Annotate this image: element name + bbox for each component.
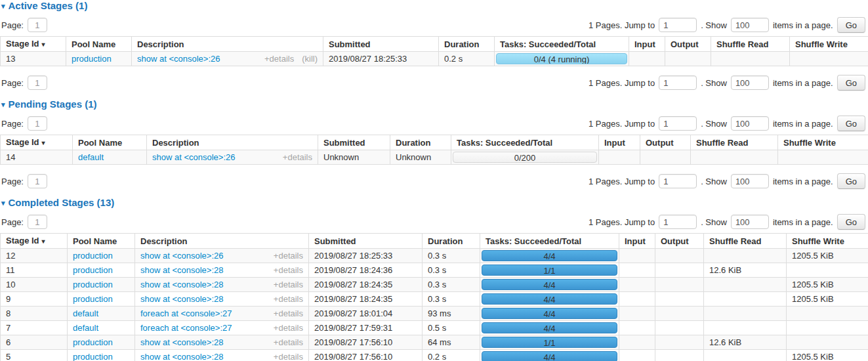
details-toggle[interactable]: +details xyxy=(274,294,303,304)
collapse-arrow-icon: ▾ xyxy=(1,199,5,207)
column-header-input[interactable]: Input xyxy=(629,37,665,52)
column-header-tasks-succeeded-total[interactable]: Tasks: Succeeded/Total xyxy=(451,135,599,150)
pool-name-link[interactable]: default xyxy=(78,152,104,162)
page-number-input[interactable] xyxy=(28,18,47,32)
go-button[interactable]: Go xyxy=(837,173,865,189)
details-toggle[interactable]: +details xyxy=(274,352,303,361)
jump-to-input[interactable] xyxy=(659,116,697,131)
description-extras: +details xyxy=(268,294,303,304)
column-header-submitted[interactable]: Submitted xyxy=(309,234,423,249)
stage-description-link[interactable]: show at <console>:28 xyxy=(140,352,223,361)
column-header-input[interactable]: Input xyxy=(619,234,655,249)
column-header-description[interactable]: Description xyxy=(132,37,323,52)
stage-description-link[interactable]: show at <console>:28 xyxy=(140,294,223,304)
column-header-shuffle-write[interactable]: Shuffle Write xyxy=(790,37,868,52)
column-header-shuffle-write[interactable]: Shuffle Write xyxy=(787,234,868,249)
stage-description-link[interactable]: show at <console>:28 xyxy=(140,337,223,347)
column-header-stage-id[interactable]: Stage Id▾ xyxy=(1,135,73,150)
cell-shuffle-write: 1205.5 KiB xyxy=(787,292,868,307)
page-number-input[interactable] xyxy=(28,174,47,188)
pool-name-link[interactable]: production xyxy=(73,294,113,304)
go-button[interactable]: Go xyxy=(837,75,865,91)
details-toggle[interactable]: +details xyxy=(274,308,303,318)
column-header-description[interactable]: Description xyxy=(135,234,309,249)
description-extras: +details xyxy=(268,323,303,333)
go-button[interactable]: Go xyxy=(837,116,865,131)
column-header-stage-id[interactable]: Stage Id▾ xyxy=(1,234,68,249)
column-header-pool-name[interactable]: Pool Name xyxy=(73,135,147,150)
pool-name-link[interactable]: production xyxy=(73,352,113,361)
pool-name-link[interactable]: production xyxy=(73,251,113,261)
show-count-input[interactable] xyxy=(731,75,769,90)
column-header-shuffle-read[interactable]: Shuffle Read xyxy=(704,234,787,249)
stage-description-link[interactable]: show at <console>:28 xyxy=(140,265,223,275)
column-header-label: Duration xyxy=(396,138,430,148)
column-header-pool-name[interactable]: Pool Name xyxy=(66,37,132,52)
pagination-row: Page:1 Pages. Jump to. Showitems in a pa… xyxy=(1,16,865,33)
details-toggle[interactable]: +details xyxy=(274,280,303,289)
description-extras: +details xyxy=(268,280,303,289)
column-header-tasks-succeeded-total[interactable]: Tasks: Succeeded/Total xyxy=(480,234,619,249)
column-header-label: Input xyxy=(604,138,625,148)
column-header-output[interactable]: Output xyxy=(665,37,711,52)
column-header-submitted[interactable]: Submitted xyxy=(318,135,390,150)
pool-name-link[interactable]: production xyxy=(73,337,113,347)
stage-description-link[interactable]: foreach at <console>:27 xyxy=(140,308,232,318)
stage-description-link[interactable]: foreach at <console>:27 xyxy=(140,323,232,333)
cell-pool-name: default xyxy=(73,150,147,165)
stage-description-link[interactable]: show at <console>:26 xyxy=(137,54,220,64)
jump-to-input[interactable] xyxy=(659,215,697,229)
column-header-description[interactable]: Description xyxy=(147,135,318,150)
column-header-shuffle-read[interactable]: Shuffle Read xyxy=(691,135,778,150)
go-button[interactable]: Go xyxy=(837,17,865,33)
column-header-output[interactable]: Output xyxy=(640,135,691,150)
cell-duration: 0.3 s xyxy=(423,263,480,278)
pool-name-link[interactable]: default xyxy=(73,323,98,333)
pool-name-link[interactable]: production xyxy=(72,54,112,64)
page-label: Page: xyxy=(1,217,24,227)
stage-description-link[interactable]: show at <console>:26 xyxy=(152,152,235,162)
section-heading-completed[interactable]: ▾Completed Stages (13) xyxy=(1,198,868,207)
details-toggle[interactable]: +details xyxy=(274,323,303,333)
details-toggle[interactable]: +details xyxy=(274,265,303,275)
jump-to-input[interactable] xyxy=(659,174,697,188)
column-header-tasks-succeeded-total[interactable]: Tasks: Succeeded/Total xyxy=(495,37,629,52)
page-number-input[interactable] xyxy=(28,116,47,131)
cell-submitted: 2019/08/27 18:24:35 xyxy=(309,292,423,307)
pool-name-link[interactable]: default xyxy=(73,308,98,318)
jump-to-input[interactable] xyxy=(659,75,697,90)
kill-link[interactable]: (kill) xyxy=(302,54,318,64)
stage-description-link[interactable]: show at <console>:26 xyxy=(140,251,223,261)
pool-name-link[interactable]: production xyxy=(73,280,113,289)
column-header-duration[interactable]: Duration xyxy=(439,37,495,52)
show-count-input[interactable] xyxy=(731,18,769,32)
jump-to-input[interactable] xyxy=(659,18,697,32)
column-header-duration[interactable]: Duration xyxy=(390,135,451,150)
page-number-input[interactable] xyxy=(28,215,47,229)
cell-duration: 0.2 s xyxy=(439,52,495,66)
section-heading-active[interactable]: ▾Active Stages (1) xyxy=(1,1,868,11)
details-toggle[interactable]: +details xyxy=(274,251,303,261)
column-header-duration[interactable]: Duration xyxy=(423,234,480,249)
details-toggle[interactable]: +details xyxy=(274,337,303,347)
column-header-submitted[interactable]: Submitted xyxy=(323,37,439,52)
pool-name-link[interactable]: production xyxy=(73,265,113,275)
page-number-input[interactable] xyxy=(28,75,47,90)
show-count-input[interactable] xyxy=(731,174,769,188)
show-count-input[interactable] xyxy=(731,215,769,229)
details-toggle[interactable]: +details xyxy=(283,152,312,162)
stage-description-link[interactable]: show at <console>:28 xyxy=(140,280,223,289)
go-button[interactable]: Go xyxy=(837,214,865,230)
column-header-pool-name[interactable]: Pool Name xyxy=(68,234,135,249)
column-header-stage-id[interactable]: Stage Id▾ xyxy=(1,37,66,52)
show-count-input[interactable] xyxy=(731,116,769,131)
column-header-input[interactable]: Input xyxy=(599,135,640,150)
column-header-shuffle-write[interactable]: Shuffle Write xyxy=(778,135,868,150)
column-header-shuffle-read[interactable]: Shuffle Read xyxy=(711,37,790,52)
tasks-progress-label: 4/4 xyxy=(543,295,555,305)
section-heading-pending[interactable]: ▾Pending Stages (1) xyxy=(1,99,868,109)
stage-row: 12productionshow at <console>:26+details… xyxy=(1,249,868,263)
details-toggle[interactable]: +details xyxy=(264,54,294,64)
column-header-output[interactable]: Output xyxy=(655,234,704,249)
cell-shuffle-read: 12.6 KiB xyxy=(704,263,787,278)
